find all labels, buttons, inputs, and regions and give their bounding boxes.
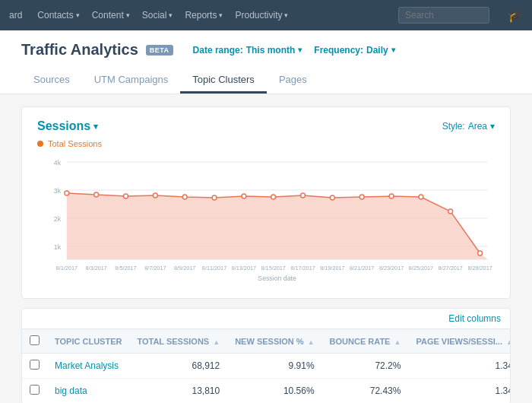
- svg-text:Session date: Session date: [258, 274, 296, 282]
- nav-contacts[interactable]: Contacts ▾: [37, 10, 79, 21]
- svg-text:8/5/2017: 8/5/2017: [115, 265, 136, 271]
- col-page-views[interactable]: PAGE VIEWS/SESSI... ▲: [408, 329, 511, 354]
- col-sessions[interactable]: TOTAL SESSIONS ▲: [129, 329, 227, 354]
- style-value[interactable]: Area: [468, 121, 487, 132]
- col-topic: TOPIC CLUSTER: [47, 329, 129, 354]
- data-point: [94, 192, 99, 197]
- top-nav: ard Contacts ▾ Content ▾ Social ▾ Report…: [0, 0, 532, 30]
- frequency-label: Frequency:: [314, 45, 363, 56]
- chevron-down-icon: ▾: [219, 11, 223, 19]
- chevron-down-icon: ▾: [93, 122, 98, 132]
- sort-icon: ▲: [394, 338, 401, 346]
- select-all-checkbox[interactable]: [30, 335, 40, 345]
- svg-text:8/9/2017: 8/9/2017: [174, 265, 195, 271]
- table-header-row: TOPIC CLUSTER TOTAL SESSIONS ▲ NEW SESSI…: [22, 329, 511, 354]
- nav-brand: ard: [9, 10, 22, 21]
- data-point: [182, 195, 187, 199]
- svg-text:8/3/2017: 8/3/2017: [86, 265, 107, 271]
- page-title-row: Traffic Analytics BETA Date range: This …: [21, 41, 511, 59]
- svg-text:3k: 3k: [54, 187, 62, 195]
- svg-text:8/29/2017: 8/29/2017: [467, 265, 492, 271]
- data-point: [389, 194, 394, 198]
- svg-text:2k: 2k: [54, 215, 62, 223]
- sort-icon: ▲: [308, 338, 315, 346]
- col-bounce[interactable]: BOUNCE RATE ▲: [322, 329, 409, 354]
- traffic-table: TOPIC CLUSTER TOTAL SESSIONS ▲ NEW SESSI…: [22, 329, 511, 403]
- nav-social[interactable]: Social ▾: [142, 10, 173, 21]
- date-range-control: Date range: This month ▾: [193, 45, 302, 56]
- svg-text:8/11/2017: 8/11/2017: [202, 265, 226, 271]
- main-content: Sessions ▾ Style: Area ▾ Total Sessions …: [0, 94, 532, 403]
- row-checkbox[interactable]: [30, 360, 40, 370]
- chevron-down-icon: ▾: [284, 11, 288, 19]
- sort-icon: ▲: [506, 338, 511, 346]
- svg-text:8/27/2017: 8/27/2017: [439, 265, 463, 271]
- svg-text:8/13/2017: 8/13/2017: [232, 265, 256, 271]
- page-header: Traffic Analytics BETA Date range: This …: [0, 30, 532, 94]
- chevron-down-icon: ▾: [490, 121, 495, 132]
- topic-link[interactable]: big data: [55, 386, 87, 396]
- topic-link[interactable]: Market Analysis: [55, 360, 119, 371]
- data-point: [478, 251, 483, 255]
- area-fill: [67, 193, 487, 259]
- svg-text:8/1/2017: 8/1/2017: [56, 265, 78, 271]
- data-point: [153, 193, 157, 198]
- nav-reports[interactable]: Reports ▾: [185, 10, 223, 21]
- chevron-down-icon: ▾: [169, 11, 173, 19]
- edit-columns-button[interactable]: Edit columns: [22, 309, 510, 329]
- frequency-value[interactable]: Daily: [366, 45, 388, 56]
- chart-title[interactable]: Sessions ▾: [37, 119, 98, 133]
- date-controls: Date range: This month ▾ Frequency: Dail…: [193, 45, 395, 56]
- chart-card: Sessions ▾ Style: Area ▾ Total Sessions …: [21, 106, 511, 299]
- nav-productivity[interactable]: Productivity ▾: [235, 10, 288, 21]
- tab-topic-clusters[interactable]: Topic Clusters: [180, 68, 267, 94]
- table-row: big data 13,810 10.56% 72.43% 1.34 a few…: [22, 379, 511, 404]
- cell-sessions: 13,810: [129, 379, 227, 404]
- search-input[interactable]: [398, 7, 489, 24]
- chevron-down-icon[interactable]: ▾: [298, 46, 302, 54]
- cell-sessions: 68,912: [129, 354, 227, 379]
- data-point: [301, 193, 306, 198]
- cell-topic: Market Analysis: [47, 354, 129, 379]
- svg-text:8/15/2017: 8/15/2017: [261, 265, 286, 271]
- tab-sources[interactable]: Sources: [21, 68, 82, 94]
- frequency-control: Frequency: Daily ▾: [314, 45, 394, 56]
- tab-pages[interactable]: Pages: [267, 68, 319, 94]
- data-point: [65, 191, 69, 195]
- cell-new-session: 10.56%: [227, 379, 321, 404]
- svg-text:8/23/2017: 8/23/2017: [379, 265, 404, 271]
- page-title: Traffic Analytics: [21, 41, 138, 59]
- cell-page-views: 1.34: [408, 354, 511, 379]
- tabs: Sources UTM Campaigns Topic Clusters Pag…: [21, 68, 511, 94]
- data-point: [271, 195, 276, 199]
- chart-legend: Total Sessions: [37, 139, 495, 148]
- nav-content[interactable]: Content ▾: [92, 10, 130, 21]
- beta-badge: BETA: [146, 45, 173, 56]
- chart-header: Sessions ▾ Style: Area ▾: [37, 119, 495, 133]
- sort-icon: ▲: [213, 338, 220, 346]
- col-new-session[interactable]: NEW SESSION % ▲: [227, 329, 321, 354]
- svg-text:4k: 4k: [54, 159, 62, 167]
- legend-dot: [37, 141, 43, 147]
- row-checkbox[interactable]: [30, 385, 40, 395]
- cell-bounce: 72.43%: [322, 379, 409, 404]
- style-label: Style:: [442, 121, 465, 132]
- data-point: [359, 195, 364, 199]
- svg-text:8/19/2017: 8/19/2017: [320, 265, 344, 271]
- sessions-chart: 4k 3k 2k 1k: [37, 154, 495, 284]
- data-point: [124, 194, 128, 198]
- data-point: [242, 194, 246, 198]
- data-point: [330, 195, 334, 200]
- tab-utm-campaigns[interactable]: UTM Campaigns: [82, 68, 181, 94]
- chevron-down-icon: ▾: [126, 11, 130, 19]
- svg-text:8/7/2017: 8/7/2017: [144, 265, 166, 271]
- data-point: [212, 195, 217, 200]
- date-range-value[interactable]: This month: [246, 45, 296, 56]
- chart-style-control: Style: Area ▾: [442, 121, 495, 132]
- svg-text:1k: 1k: [54, 243, 62, 251]
- table-row: Market Analysis 68,912 9.91% 72.2% 1.34 …: [22, 354, 511, 379]
- svg-text:8/21/2017: 8/21/2017: [350, 265, 374, 271]
- svg-text:8/17/2017: 8/17/2017: [290, 265, 315, 271]
- chevron-down-icon[interactable]: ▾: [391, 46, 395, 54]
- svg-text:8/25/2017: 8/25/2017: [409, 265, 433, 271]
